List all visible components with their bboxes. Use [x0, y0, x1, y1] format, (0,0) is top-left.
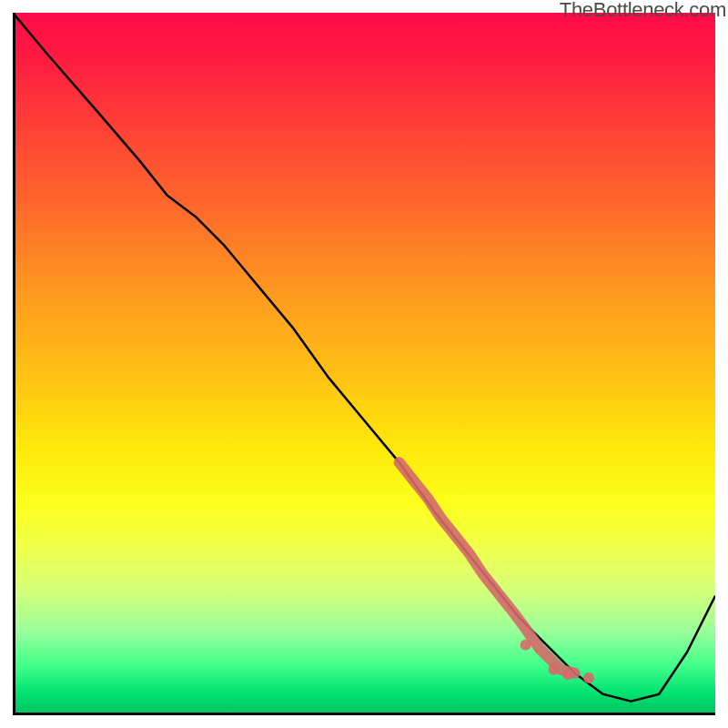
gradient-background: [13, 13, 715, 715]
plot-area: [13, 13, 715, 715]
chart-container: TheBottleneck.com: [0, 0, 728, 728]
watermark-text: TheBottleneck.com: [560, 0, 726, 22]
